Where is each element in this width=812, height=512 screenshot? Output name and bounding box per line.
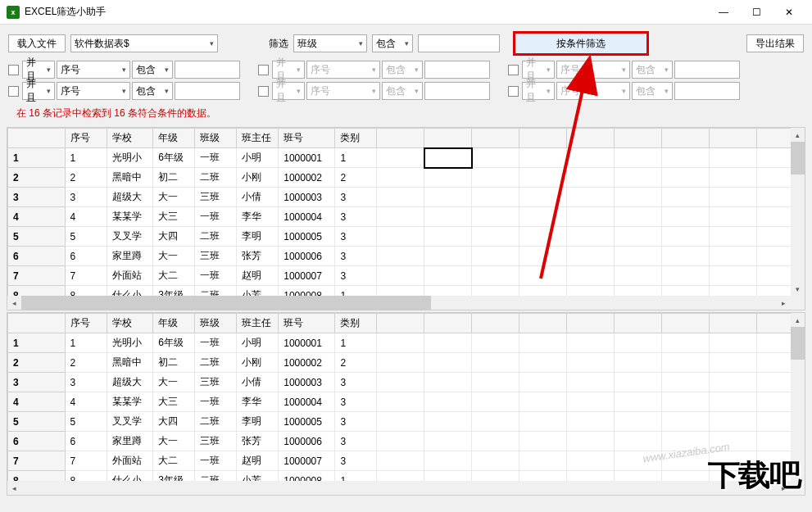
- col-header[interactable]: 类别: [335, 129, 377, 148]
- cell[interactable]: 二班: [195, 227, 237, 247]
- scroll-up-icon[interactable]: ▴: [791, 313, 805, 327]
- row-header[interactable]: 5: [8, 227, 66, 247]
- cell[interactable]: 1000006: [279, 432, 335, 451]
- cell[interactable]: 黑暗中: [107, 168, 153, 188]
- cell[interactable]: 小倩: [237, 373, 279, 392]
- and-combo[interactable]: 并且▾: [272, 82, 305, 100]
- cell[interactable]: 2: [65, 168, 107, 188]
- contains-combo[interactable]: 包含▾: [372, 34, 413, 52]
- scroll-thumb[interactable]: [21, 296, 431, 310]
- cell[interactable]: 外面站: [107, 266, 153, 286]
- filter-value-input[interactable]: [418, 34, 500, 52]
- cell[interactable]: 6年级: [153, 148, 195, 168]
- cell[interactable]: 一班: [195, 266, 237, 286]
- contains-combo-7[interactable]: 包含▾: [632, 82, 673, 100]
- and-combo[interactable]: 并且▾: [522, 61, 555, 79]
- filter-value-4[interactable]: [674, 61, 740, 79]
- scrollbar-vertical[interactable]: ▴▾: [791, 313, 805, 481]
- cell[interactable]: 张芳: [237, 432, 279, 451]
- row-header[interactable]: 5: [8, 412, 66, 432]
- col-header[interactable]: 序号: [65, 129, 107, 148]
- cell[interactable]: 黑暗中: [107, 353, 153, 373]
- cell[interactable]: 大一: [153, 188, 195, 207]
- cell[interactable]: 1: [65, 148, 107, 168]
- cell[interactable]: 大四: [153, 412, 195, 432]
- col-header[interactable]: 班号: [279, 129, 335, 148]
- table-row[interactable]: 55叉叉学大四二班李明10000053: [8, 227, 805, 247]
- cell[interactable]: 1: [335, 333, 377, 353]
- scroll-thumb[interactable]: [791, 327, 805, 360]
- cell[interactable]: 小倩: [237, 188, 279, 207]
- row-header[interactable]: 2: [8, 353, 66, 373]
- col-header[interactable]: 类别: [335, 314, 377, 333]
- cell[interactable]: 某某学: [107, 207, 153, 227]
- cell[interactable]: 1000002: [279, 168, 335, 188]
- field-combo[interactable]: 序号▾: [57, 61, 130, 79]
- table-row[interactable]: 22黑暗中初二二班小刚10000022: [8, 168, 805, 188]
- row-header[interactable]: 4: [8, 207, 66, 227]
- cell[interactable]: 1000003: [279, 188, 335, 207]
- col-header[interactable]: 班主任: [237, 314, 279, 333]
- cell[interactable]: 1: [65, 333, 107, 353]
- cell[interactable]: 大四: [153, 227, 195, 247]
- cell[interactable]: 一班: [195, 392, 237, 412]
- row-header[interactable]: 4: [8, 392, 66, 412]
- filter-value-7[interactable]: [674, 82, 740, 100]
- table-row[interactable]: 44某某学大三一班李华10000043: [8, 207, 805, 227]
- col-header[interactable]: 班主任: [237, 129, 279, 148]
- cell[interactable]: 家里蹲: [107, 432, 153, 451]
- table-row[interactable]: 44某某学大三一班李华10000043: [8, 392, 805, 412]
- cell[interactable]: 一班: [195, 333, 237, 353]
- table-row[interactable]: 66家里蹲大一三班张芳10000063: [8, 247, 805, 266]
- cell[interactable]: 1: [335, 148, 377, 168]
- table-row[interactable]: 33超级大大一三班小倩10000033: [8, 373, 805, 392]
- cell[interactable]: 3: [335, 432, 377, 451]
- table-row[interactable]: 77外面站大二一班赵明10000073: [8, 266, 805, 286]
- and-combo[interactable]: 并且▾: [522, 82, 555, 100]
- scroll-left-icon[interactable]: ◂: [7, 481, 21, 495]
- filter-value-2[interactable]: [175, 61, 240, 79]
- cell[interactable]: 5: [65, 227, 107, 247]
- scroll-right-icon[interactable]: ▸: [777, 296, 791, 310]
- col-header[interactable]: 班级: [195, 129, 237, 148]
- contains-combo-4[interactable]: 包含▾: [632, 61, 673, 79]
- scroll-up-icon[interactable]: ▴: [791, 128, 805, 142]
- cell[interactable]: 5: [65, 412, 107, 432]
- and-combo[interactable]: 并且▾: [22, 61, 55, 79]
- cell[interactable]: 叉叉学: [107, 412, 153, 432]
- scroll-left-icon[interactable]: ◂: [7, 296, 21, 310]
- cell[interactable]: 1000004: [279, 207, 335, 227]
- contains-combo-3[interactable]: 包含▾: [382, 61, 423, 79]
- cell[interactable]: 一班: [195, 148, 237, 168]
- cell[interactable]: 1000005: [279, 412, 335, 432]
- col-header[interactable]: 年级: [153, 314, 195, 333]
- cell[interactable]: 大一: [153, 373, 195, 392]
- row-header[interactable]: 7: [8, 451, 66, 471]
- cell[interactable]: 3: [335, 412, 377, 432]
- cell[interactable]: 3: [65, 373, 107, 392]
- cell[interactable]: 6年级: [153, 333, 195, 353]
- cell[interactable]: 大二: [153, 451, 195, 471]
- cell[interactable]: 3: [335, 451, 377, 471]
- and-combo[interactable]: 并且▾: [272, 61, 305, 79]
- row-header[interactable]: 3: [8, 188, 66, 207]
- cell[interactable]: 2: [65, 353, 107, 373]
- scrollbar-horizontal[interactable]: ◂▸: [7, 481, 805, 495]
- cell[interactable]: 大一: [153, 247, 195, 266]
- scroll-thumb[interactable]: [791, 142, 805, 174]
- scrollbar-horizontal[interactable]: ◂▸: [7, 296, 805, 310]
- cell[interactable]: 1000005: [279, 227, 335, 247]
- field-combo[interactable]: 序号▾: [57, 82, 130, 100]
- field-combo[interactable]: 序号▾: [556, 82, 630, 100]
- cell[interactable]: 一班: [195, 451, 237, 471]
- contains-combo-6[interactable]: 包含▾: [382, 82, 423, 100]
- row-header[interactable]: 6: [8, 247, 66, 266]
- cell[interactable]: 光明小: [107, 333, 153, 353]
- col-header[interactable]: 班号: [279, 314, 335, 333]
- cell[interactable]: 超级大: [107, 373, 153, 392]
- field-combo[interactable]: 序号▾: [556, 61, 630, 79]
- table-row[interactable]: 55叉叉学大四二班李明10000053: [8, 412, 805, 432]
- row-header[interactable]: 1: [8, 148, 66, 168]
- cell[interactable]: 李华: [237, 207, 279, 227]
- cell[interactable]: 6: [65, 432, 107, 451]
